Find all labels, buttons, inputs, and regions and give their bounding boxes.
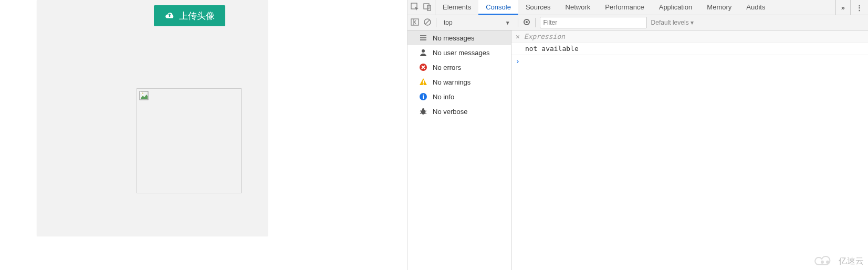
- tab-memory[interactable]: Memory: [699, 0, 739, 15]
- sidebar-item-label: No verbose: [433, 108, 467, 116]
- sidebar-item-label: No errors: [433, 64, 461, 71]
- sidebar-item-label: No messages: [433, 34, 474, 42]
- svg-point-16: [422, 49, 425, 53]
- upload-button-label: 上传头像: [179, 10, 215, 22]
- tab-application[interactable]: Application: [652, 0, 700, 15]
- info-icon: [419, 92, 427, 101]
- user-icon: [419, 48, 427, 57]
- svg-rect-21: [423, 96, 424, 99]
- svg-rect-5: [424, 4, 429, 9]
- filter-input[interactable]: [540, 17, 647, 28]
- context-selector[interactable]: top ▼: [441, 19, 514, 26]
- live-expression-row: ✕ Expression: [511, 30, 868, 43]
- svg-rect-7: [411, 19, 419, 25]
- svg-line-28: [425, 113, 426, 113]
- svg-rect-19: [423, 84, 424, 85]
- svg-line-26: [425, 111, 426, 111]
- tab-audits[interactable]: Audits: [739, 0, 772, 15]
- device-toolbar-icon[interactable]: [423, 3, 432, 13]
- dropdown-icon: ▼: [505, 20, 510, 26]
- sidebar-item-verbose[interactable]: No verbose: [407, 104, 511, 119]
- bug-icon: [419, 107, 427, 116]
- close-icon[interactable]: ✕: [516, 33, 520, 40]
- svg-line-25: [420, 111, 422, 111]
- svg-line-27: [420, 113, 422, 113]
- sidebar-item-errors[interactable]: No errors: [407, 60, 511, 75]
- svg-marker-1: [141, 95, 148, 99]
- log-levels-selector[interactable]: Default levels ▾: [651, 19, 694, 26]
- tab-network[interactable]: Network: [558, 0, 598, 15]
- prompt-chevron-icon: ›: [516, 57, 520, 65]
- web-page: 上传头像: [0, 0, 407, 270]
- toggle-sidebar-icon[interactable]: [411, 18, 419, 28]
- sidebar-item-user-messages[interactable]: No user messages: [407, 45, 511, 60]
- expression-placeholder[interactable]: Expression: [524, 33, 565, 40]
- list-icon: [419, 34, 427, 42]
- svg-line-10: [425, 20, 430, 24]
- devtools-menu-icon[interactable]: ⋮: [850, 0, 868, 15]
- watermark: 亿速云: [814, 255, 864, 267]
- watermark-text: 亿速云: [839, 256, 864, 267]
- cloud-upload-icon: [164, 11, 175, 22]
- live-expression-icon[interactable]: [522, 18, 531, 28]
- upload-card: 上传头像: [37, 0, 268, 236]
- sidebar-item-label: No warnings: [433, 78, 470, 86]
- tab-elements[interactable]: Elements: [435, 0, 478, 15]
- tab-sources[interactable]: Sources: [518, 0, 558, 15]
- console-prompt[interactable]: ›: [511, 55, 868, 67]
- tab-console[interactable]: Console: [478, 0, 518, 15]
- svg-point-12: [526, 21, 528, 23]
- devtools-tab-strip: Elements Console Sources Network Perform…: [407, 0, 868, 15]
- svg-rect-22: [423, 95, 424, 96]
- clear-console-icon[interactable]: [423, 18, 432, 28]
- devtools-more-tabs[interactable]: »: [835, 0, 850, 15]
- expression-result: not available: [511, 43, 868, 55]
- console-toolbar: top ▼ Default levels ▾: [407, 15, 868, 30]
- sidebar-item-warnings[interactable]: No warnings: [407, 75, 511, 89]
- avatar-preview: [137, 88, 242, 193]
- devtools-panel: Elements Console Sources Network Perform…: [407, 0, 868, 270]
- upload-avatar-button[interactable]: 上传头像: [154, 5, 225, 26]
- svg-rect-18: [423, 80, 424, 83]
- sidebar-item-label: No user messages: [433, 49, 489, 57]
- error-icon: [419, 63, 427, 71]
- console-output: ✕ Expression not available ›: [511, 30, 868, 270]
- svg-point-29: [821, 261, 823, 263]
- sidebar-item-messages[interactable]: No messages: [407, 30, 511, 45]
- console-sidebar: No messages No user messages No errors: [407, 30, 511, 270]
- broken-image-icon: [139, 91, 149, 100]
- svg-point-24: [422, 108, 424, 110]
- tab-performance[interactable]: Performance: [598, 0, 651, 15]
- sidebar-item-label: No info: [433, 93, 454, 101]
- warning-icon: [419, 78, 427, 86]
- sidebar-item-info[interactable]: No info: [407, 89, 511, 104]
- svg-point-30: [827, 261, 829, 263]
- inspect-element-icon[interactable]: [411, 3, 419, 13]
- context-label: top: [444, 19, 453, 26]
